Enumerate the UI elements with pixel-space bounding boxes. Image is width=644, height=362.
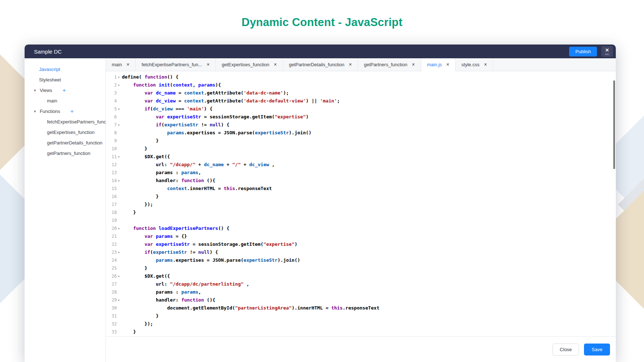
line-gutter[interactable]: 18 — [106, 209, 122, 216]
add-views-button plus-icon[interactable]: + — [62, 87, 66, 94]
sidebar-item-getpartners_function[interactable]: getPartners_function — [25, 148, 106, 159]
save-button[interactable]: Save — [584, 344, 610, 355]
code-line: 10 } — [106, 145, 616, 153]
fold-arrow-icon[interactable]: ▼ — [117, 156, 121, 158]
line-gutter[interactable]: 20▼ — [106, 224, 122, 232]
tab-label: style.css — [461, 62, 479, 67]
code-text: } — [122, 209, 136, 216]
line-gutter[interactable]: 30 — [106, 304, 122, 312]
fold-arrow-icon[interactable]: ▼ — [117, 275, 121, 278]
tab-close-icon[interactable]: ✕ — [411, 62, 415, 67]
close-button[interactable]: Close — [553, 344, 579, 355]
fold-arrow-icon[interactable]: ▼ — [117, 251, 121, 254]
add-functions-button plus-icon[interactable]: + — [70, 108, 74, 115]
sidebar-group-functions[interactable]: ▼Functions+ — [25, 106, 106, 117]
line-gutter[interactable]: 26▼ — [106, 272, 122, 280]
line-gutter[interactable]: 33 — [106, 328, 122, 336]
sidebar-item-stylesheet[interactable]: Stylesheet — [25, 75, 106, 85]
tab-close-icon[interactable]: ✕ — [484, 62, 487, 67]
tab-close-icon[interactable]: ✕ — [446, 62, 449, 67]
code-text: params : params, — [122, 169, 201, 177]
line-gutter[interactable]: 15 — [106, 185, 122, 193]
line-gutter[interactable]: 27 — [106, 280, 122, 288]
line-gutter[interactable]: 3 — [106, 89, 122, 97]
code-text: } — [122, 193, 159, 201]
line-gutter[interactable]: 1▼ — [106, 73, 122, 81]
code-line: 28 params : params, — [106, 288, 616, 296]
line-number: 29 — [112, 298, 117, 303]
tab-getpartnerdetails-function[interactable]: getPartnerDetails_function✕ — [283, 58, 358, 71]
tab-close-icon[interactable]: ✕ — [349, 62, 352, 67]
line-gutter[interactable]: 21 — [106, 232, 122, 240]
esc-close-button[interactable]: ✕ esc — [601, 46, 613, 57]
sidebar-item-label: getPartners_function — [47, 151, 90, 156]
code-line: 3 var dc_name = context.getAttribute('da… — [106, 89, 616, 97]
fold-arrow-icon[interactable]: ▼ — [117, 108, 121, 110]
line-gutter[interactable]: 8 — [106, 129, 122, 137]
fold-arrow-icon[interactable]: ▼ — [117, 227, 121, 230]
tab-label: getPartnerDetails_function — [289, 62, 344, 67]
line-gutter[interactable]: 25 — [106, 264, 122, 272]
line-number: 16 — [112, 194, 117, 199]
tab-fetchexpertisepartners-fun-[interactable]: fetchExpertisePartners_fun...✕ — [136, 58, 216, 71]
line-gutter[interactable]: 29▼ — [106, 296, 122, 304]
fold-arrow-icon[interactable]: ▼ — [117, 84, 121, 87]
line-gutter[interactable]: 24 — [106, 256, 122, 264]
publish-button[interactable]: Publish — [569, 47, 597, 56]
code-text: } — [122, 328, 136, 336]
tab-getpartners-function[interactable]: getPartners_function✕ — [358, 58, 421, 71]
line-number: 7 — [114, 122, 117, 127]
sidebar-item-label: Stylesheet — [39, 77, 61, 83]
sidebar-item-javascript[interactable]: Javascript — [25, 64, 106, 75]
code-text: params : params, — [122, 288, 201, 296]
tab-main[interactable]: main✕ — [106, 58, 136, 71]
tab-getexpertises-function[interactable]: getExpertises_function✕ — [216, 58, 283, 71]
code-text: $DX.get({ — [122, 153, 170, 161]
fold-arrow-icon[interactable]: ▼ — [117, 124, 121, 126]
code-text: handler: function (){ — [122, 177, 215, 185]
line-gutter[interactable]: 31 — [106, 312, 122, 320]
chevron-down-icon[interactable]: ▼ — [33, 89, 37, 92]
line-gutter[interactable]: 14▼ — [106, 177, 122, 185]
code-text: url: "/dcapp/" + dc_name + "/" + dc_view… — [122, 161, 275, 169]
line-number: 24 — [112, 258, 117, 263]
tab-label: fetchExpertisePartners_fun... — [141, 62, 202, 67]
line-gutter[interactable]: 19 — [106, 216, 122, 224]
line-gutter[interactable]: 6 — [106, 113, 122, 121]
line-number: 19 — [112, 218, 117, 223]
sidebar-item-getexpertises_function[interactable]: getExpertises_function — [25, 127, 106, 138]
line-gutter[interactable]: 12 — [106, 161, 122, 169]
code-editor[interactable]: 1▼define( function() {2▼ function init(c… — [106, 71, 616, 337]
line-gutter[interactable]: 23▼ — [106, 248, 122, 256]
line-gutter[interactable]: 4 — [106, 97, 122, 105]
fold-arrow-icon[interactable]: ▼ — [117, 76, 121, 79]
fold-arrow-icon[interactable]: ▼ — [117, 180, 121, 182]
line-gutter[interactable]: 13 — [106, 169, 122, 177]
line-gutter[interactable]: 22 — [106, 240, 122, 248]
line-gutter[interactable]: 32 — [106, 320, 122, 328]
line-gutter[interactable]: 28 — [106, 288, 122, 296]
code-lines: 1▼define( function() {2▼ function init(c… — [106, 73, 616, 336]
tab-style-css[interactable]: style.css✕ — [456, 58, 493, 71]
line-gutter[interactable]: 10 — [106, 145, 122, 153]
line-gutter[interactable]: 16 — [106, 193, 122, 201]
line-gutter[interactable]: 5▼ — [106, 105, 122, 113]
line-gutter[interactable]: 7▼ — [106, 121, 122, 129]
line-number: 14 — [112, 178, 117, 183]
tab-close-icon[interactable]: ✕ — [126, 62, 129, 67]
chevron-down-icon[interactable]: ▼ — [33, 110, 37, 113]
line-gutter[interactable]: 17 — [106, 201, 122, 209]
tab-close-icon[interactable]: ✕ — [274, 62, 277, 67]
sidebar-item-getpartnerdetails_function[interactable]: getPartnerDetails_function — [25, 138, 106, 148]
sidebar-group-views[interactable]: ▼Views+ — [25, 85, 106, 96]
line-gutter[interactable]: 2▼ — [106, 81, 122, 89]
code-line: 26▼ $DX.get({ — [106, 272, 616, 280]
line-gutter[interactable]: 9 — [106, 137, 122, 145]
sidebar-item-main[interactable]: main — [25, 96, 106, 106]
fold-arrow-icon[interactable]: ▼ — [117, 299, 121, 302]
tab-main-js[interactable]: main.js✕ — [421, 58, 456, 71]
editor-scrollbar-thumb[interactable] — [613, 80, 615, 169]
line-gutter[interactable]: 11▼ — [106, 153, 122, 161]
tab-close-icon[interactable]: ✕ — [206, 62, 210, 67]
sidebar-item-fetchexpertisepartners_func[interactable]: fetchExpertisePartners_func — [25, 117, 106, 127]
